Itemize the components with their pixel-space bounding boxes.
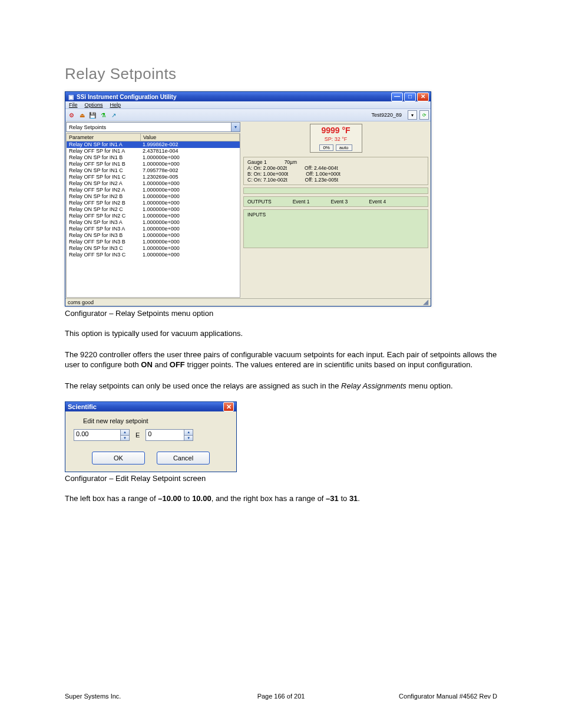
sp-temperature: SP: 32 °F [314, 136, 358, 142]
save-icon[interactable]: 💾 [88, 111, 97, 119]
menu-file[interactable]: File [69, 102, 78, 108]
row-param: Relay ON SP for IN2 A [67, 180, 140, 187]
table-row[interactable]: Relay ON SP for IN3 C1.000000e+000 [67, 245, 240, 252]
row-param: Relay OFF SP for IN3 B [67, 239, 140, 245]
row-value: 1.000000e+000 [140, 245, 240, 252]
row-param: Relay ON SP for IN3 A [67, 219, 140, 226]
row-value: 1.000000e+000 [140, 232, 240, 239]
figure-caption-2: Configurator – Edit Relay Setpoint scree… [65, 474, 497, 483]
footer-center: Page 166 of 201 [209, 693, 353, 700]
resize-grip-icon[interactable]: ◢ [423, 299, 428, 305]
pv-temperature: 9999 °F [314, 126, 358, 135]
grid-header-value[interactable]: Value [141, 134, 240, 141]
table-row[interactable]: Relay ON SP for IN3 A1.000000e+000 [67, 219, 240, 226]
row-param: Relay ON SP for IN3 C [67, 245, 140, 252]
inputs-label: INPUTS [247, 212, 266, 218]
refresh-icon[interactable]: ⟳ [419, 110, 429, 120]
menubar: File Options Help [65, 101, 431, 109]
table-row[interactable]: Relay OFF SP for IN1 B1.000000e+000 [67, 161, 240, 167]
system-dropdown[interactable]: ▾ [408, 110, 417, 120]
row-param: Relay OFF SP for IN3 A [67, 226, 140, 232]
table-row[interactable]: Relay OFF SP for IN3 B1.000000e+000 [67, 239, 240, 245]
gauge-unit: 70µm [285, 159, 297, 165]
gauge-line: B: On: 1.00e+000tOff: 1.00e+000t [247, 171, 424, 177]
row-param: Relay ON SP for IN1 A [67, 141, 140, 148]
table-row[interactable]: Relay ON SP for IN1 C7.095778e-002 [67, 167, 240, 174]
table-row[interactable]: Relay OFF SP for IN2 A1.000000e+000 [67, 187, 240, 193]
titlebar[interactable]: ▣ SSi Instrument Configuration Utility —… [65, 92, 431, 101]
table-row[interactable]: Relay ON SP for IN3 B1.000000e+000 [67, 232, 240, 239]
gauge-line: A: On: 2.00e-002tOff: 2.44e-004t [247, 165, 424, 171]
gauge-title: Gauge 1 [247, 159, 267, 165]
section-combo[interactable]: Relay Setpoints ▾ [66, 122, 240, 132]
event-3: Event 3 [330, 199, 348, 205]
row-value: 1.000000e+000 [140, 187, 240, 193]
exponent-value[interactable]: 0 [146, 430, 184, 440]
row-value: 2.437811e-004 [140, 148, 240, 154]
dialog-close-button[interactable]: ✕ [223, 402, 234, 411]
table-row[interactable]: Relay OFF SP for IN1 A2.437811e-004 [67, 148, 240, 154]
mantissa-value[interactable]: 0.00 [74, 430, 120, 440]
row-value: 1.000000e+000 [140, 154, 240, 161]
row-value: 1.000000e+000 [140, 219, 240, 226]
ok-button[interactable]: OK [92, 452, 145, 465]
window-title: SSi Instrument Configuration Utility [77, 94, 176, 100]
table-row[interactable]: Relay OFF SP for IN2 C1.000000e+000 [67, 213, 240, 219]
spinner-down-icon[interactable]: ▼ [121, 436, 129, 441]
event-1: Event 1 [293, 199, 310, 205]
dialog-prompt: Edit new relay setpoint [83, 417, 228, 424]
table-row[interactable]: Relay OFF SP for IN1 C1.230269e-005 [67, 174, 240, 180]
spinner-up-icon[interactable]: ▲ [121, 430, 129, 436]
row-value: 1.000000e+000 [140, 252, 240, 258]
outputs-block: OUTPUTS Event 1 Event 3 Event 4 [243, 196, 428, 207]
event-4: Event 4 [369, 199, 386, 205]
table-row[interactable]: Relay ON SP for IN1 B1.000000e+000 [67, 154, 240, 161]
minimize-button[interactable]: — [391, 93, 403, 101]
row-value: 1.999862e-002 [140, 141, 240, 148]
connect-icon[interactable]: ⚙ [67, 111, 75, 119]
setpoint-grid: Parameter Value Relay ON SP for IN1 A1.9… [66, 133, 240, 298]
row-value: 1.000000e+000 [140, 193, 240, 200]
menu-help[interactable]: Help [110, 102, 121, 108]
close-button[interactable]: ✕ [417, 93, 429, 101]
row-param: Relay ON SP for IN2 B [67, 193, 140, 200]
footer-right: Configurator Manual #4562 Rev D [353, 693, 497, 700]
app-icon: ▣ [67, 93, 74, 100]
table-row[interactable]: Relay OFF SP for IN3 A1.000000e+000 [67, 226, 240, 232]
row-value: 1.000000e+000 [140, 213, 240, 219]
figure-caption-1: Configurator – Relay Setpoints menu opti… [65, 309, 497, 318]
output-percent-button[interactable]: 0% [319, 144, 333, 151]
gauge-line: C: On: 7.10e-002tOff: 1.23e-005t [247, 177, 424, 183]
row-value: 1.000000e+000 [140, 239, 240, 245]
mode-button[interactable]: auto [336, 144, 352, 151]
grid-header-parameter[interactable]: Parameter [67, 134, 141, 141]
row-param: Relay OFF SP for IN2 B [67, 200, 140, 206]
row-param: Relay OFF SP for IN1 A [67, 148, 140, 154]
chevron-down-icon[interactable]: ▾ [231, 123, 240, 131]
exponent-spinner[interactable]: 0 ▲▼ [146, 429, 193, 441]
menu-options[interactable]: Options [85, 102, 103, 108]
spinner-up-icon[interactable]: ▲ [184, 430, 193, 436]
maximize-button[interactable]: □ [404, 93, 416, 101]
table-row[interactable]: Relay ON SP for IN2 A1.000000e+000 [67, 180, 240, 187]
disconnect-icon[interactable]: ⏏ [78, 111, 86, 119]
table-row[interactable]: Relay OFF SP for IN2 B1.000000e+000 [67, 200, 240, 206]
spinner-down-icon[interactable]: ▼ [184, 436, 193, 441]
table-row[interactable]: Relay OFF SP for IN3 C1.000000e+000 [67, 252, 240, 258]
settings-icon[interactable]: ⚗ [99, 111, 107, 119]
temperature-readout: 9999 °F SP: 32 °F 0% auto [310, 124, 362, 153]
table-row[interactable]: Relay ON SP for IN2 C1.000000e+000 [67, 206, 240, 213]
row-value: 1.000000e+000 [140, 161, 240, 167]
cancel-button[interactable]: Cancel [157, 452, 210, 465]
dialog-titlebar[interactable]: Scientific ✕ [65, 402, 236, 411]
paragraph-2: The 9220 controller offers the user thre… [65, 350, 497, 370]
export-icon[interactable]: ↗ [110, 111, 118, 119]
table-row[interactable]: Relay ON SP for IN2 B1.000000e+000 [67, 193, 240, 200]
inputs-block: INPUTS [243, 209, 428, 248]
paragraph-1: This option is typically used for vacuum… [65, 328, 497, 339]
row-param: Relay OFF SP for IN1 B [67, 161, 140, 167]
mantissa-spinner[interactable]: 0.00 ▲▼ [74, 429, 130, 441]
table-row[interactable]: Relay ON SP for IN1 A1.999862e-002 [67, 141, 240, 148]
page-heading: Relay Setpoints [65, 65, 497, 83]
row-param: Relay OFF SP for IN2 A [67, 187, 140, 193]
